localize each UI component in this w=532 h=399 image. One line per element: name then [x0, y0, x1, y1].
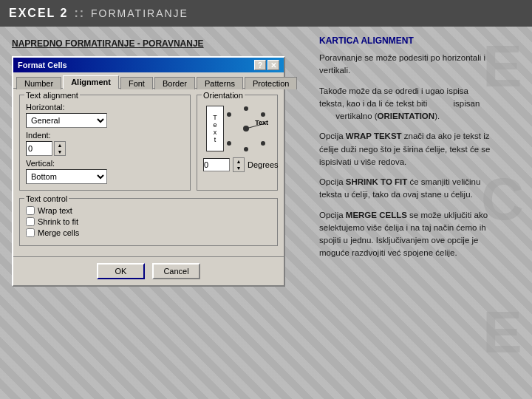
merge-row: Merge cells	[26, 228, 271, 237]
tab-protection[interactable]: Protection	[245, 77, 298, 89]
tab-font[interactable]: Font	[120, 77, 153, 89]
shrink-row: Shrink to fit	[26, 217, 271, 226]
text-alignment-section: Text alignment Horizontal: General Left …	[19, 95, 191, 191]
indent-down[interactable]: ▼	[55, 149, 65, 155]
text-alignment-label: Text alignment	[24, 91, 80, 100]
wrap-text-label: Wrap text	[38, 206, 72, 215]
cancel-button[interactable]: Cancel	[152, 263, 200, 279]
header-separator: ::	[74, 7, 85, 20]
merge-label: Merge cells	[38, 228, 79, 237]
vertical-select[interactable]: Bottom Top Center	[26, 169, 107, 184]
shrink-checkbox[interactable]	[26, 217, 35, 226]
dot-br	[261, 141, 265, 146]
orientation-label: Orientation	[202, 91, 245, 100]
dot-tl	[227, 112, 231, 117]
dot-bl	[227, 141, 231, 146]
format-cells-dialog: Format Cells ? ✕ Number Alignment Font B…	[12, 56, 285, 287]
main-content: NAPREDNO FORMATIRANJE - PORAVNANJE Forma…	[0, 27, 532, 399]
dialog-tabs: Number Alignment Font Border Patterns Pr…	[13, 72, 284, 88]
horizontal-select[interactable]: General Left Center Right	[26, 113, 107, 128]
horizontal-label: Horizontal:	[26, 103, 184, 112]
tab-patterns[interactable]: Patterns	[197, 77, 243, 89]
app-subtitle: FORMATIRANJE	[91, 7, 188, 19]
vertical-label: Vertical:	[26, 159, 184, 168]
tab-number[interactable]: Number	[16, 77, 61, 89]
text-label-dial: Text	[255, 119, 268, 126]
dialog-close-button[interactable]: ✕	[267, 60, 279, 70]
dot-tr	[261, 112, 265, 117]
vertical-text-box: T e x t	[206, 106, 224, 151]
ok-button[interactable]: OK	[97, 263, 145, 279]
dialog-titlebar: Format Cells ? ✕	[13, 58, 284, 72]
header: EXCEL 2 :: FORMATIRANJE	[0, 0, 532, 27]
paragraph-5: Opcija MERGE CELLS se može uključiti ako…	[319, 209, 495, 260]
text-control-label: Text control	[24, 194, 69, 203]
dot-top	[244, 106, 248, 111]
degrees-spinner[interactable]: ▲ ▼	[233, 157, 245, 172]
indent-input[interactable]	[26, 141, 52, 156]
dialog-buttons: OK Cancel	[13, 256, 284, 285]
paragraph-3: Opcija WRAP TEKST znači da ako je tekst …	[319, 130, 495, 168]
dialog-title: Format Cells	[18, 61, 67, 69]
vtext-t: T	[213, 114, 217, 121]
app-title: EXCEL 2	[9, 7, 68, 20]
right-section-title: KARTICA ALIGNMENT	[319, 35, 495, 46]
paragraph-2: Takođe može da se odredi i ugao ispisa t…	[319, 85, 495, 123]
right-panel: KARTICA ALIGNMENT Poravnanje se može pod…	[310, 27, 532, 399]
text-control-section: Text control Wrap text Shrink to fit Mer…	[19, 198, 278, 246]
tab-border[interactable]: Border	[154, 77, 195, 89]
orientation-dial: Text	[224, 105, 268, 153]
paragraph-1: Poravnanje se može podesiti po horizonta…	[319, 52, 495, 78]
degrees-input[interactable]	[203, 158, 230, 171]
dialog-help-button[interactable]: ?	[254, 60, 266, 70]
vtext-e: e	[213, 121, 216, 129]
vtext-x: x	[214, 129, 217, 136]
indent-up[interactable]: ▲	[55, 142, 65, 149]
merge-checkbox[interactable]	[26, 228, 35, 237]
left-section-title: NAPREDNO FORMATIRANJE - PORAVNANJE	[12, 38, 301, 49]
dialog-body: Text alignment Horizontal: General Left …	[13, 88, 284, 256]
orientation-section: Orientation T e x t	[197, 95, 278, 191]
wrap-text-checkbox[interactable]	[26, 206, 35, 215]
paragraph-4: Opcija SHRINK TO FIT će smanjiti veličin…	[319, 176, 495, 202]
vtext-t2: t	[214, 136, 216, 143]
tab-alignment[interactable]: Alignment	[63, 75, 119, 89]
degrees-up[interactable]: ▲	[233, 158, 244, 165]
degrees-row: ▲ ▼ Degrees	[203, 157, 271, 172]
shrink-label: Shrink to fit	[38, 217, 78, 226]
indent-label: Indent:	[26, 131, 184, 140]
degrees-label: Degrees	[248, 160, 279, 169]
left-panel: NAPREDNO FORMATIRANJE - PORAVNANJE Forma…	[0, 27, 310, 399]
indent-spinner[interactable]: ▲ ▼	[54, 141, 66, 156]
dot-bottom	[244, 147, 248, 151]
wrap-text-row: Wrap text	[26, 206, 271, 215]
degrees-down[interactable]: ▼	[233, 165, 244, 171]
